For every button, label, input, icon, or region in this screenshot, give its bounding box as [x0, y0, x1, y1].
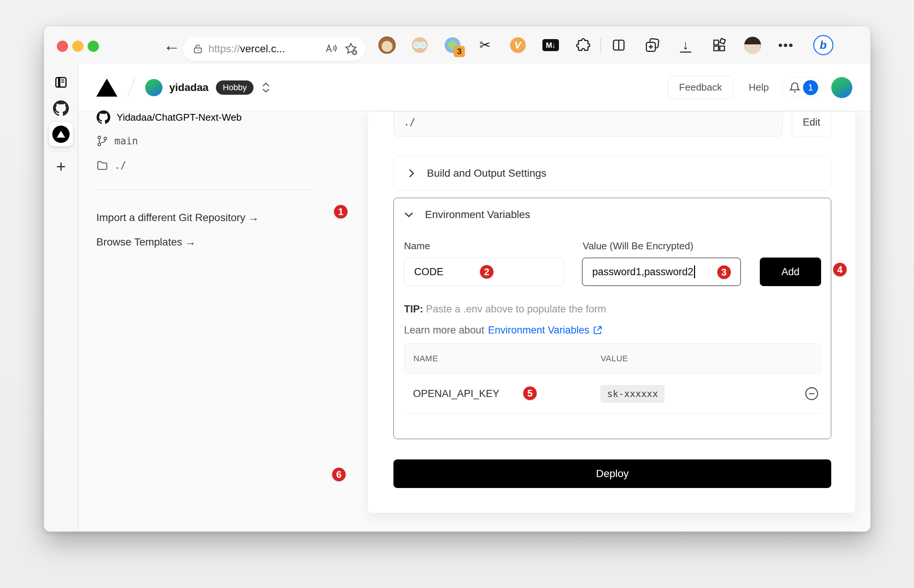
env-section-title: Environment Variables — [425, 208, 531, 221]
build-section-title: Build and Output Settings — [427, 167, 547, 179]
branch-row: main — [96, 133, 138, 149]
more-menu-icon[interactable]: ••• — [769, 26, 803, 64]
close-window-button[interactable] — [57, 40, 68, 52]
name-label: Name — [404, 240, 564, 252]
vercel-tab-active[interactable] — [49, 122, 73, 146]
learn-more-row: Learn more about Environment Variables — [404, 324, 821, 336]
annotation-badge-2: 2 — [480, 265, 493, 279]
tip-text: Paste a .env above to populate the form — [423, 304, 606, 315]
env-table: NAME VALUE OPENAI_API_KEY 5 sk-xxxxxx — [404, 343, 821, 414]
workspaces-icon[interactable] — [44, 75, 78, 89]
vercel-page: yidadaa Hobby Feedback Help 1 — [78, 64, 870, 531]
deploy-button[interactable]: Deploy — [393, 459, 831, 488]
notification-count-badge: 1 — [803, 80, 818, 95]
env-table-header: NAME VALUE — [404, 343, 821, 374]
translate-extension-icon[interactable]: 3 — [436, 26, 469, 64]
url-host: vercel.c... — [240, 43, 285, 55]
downloads-icon[interactable]: ↓ — [669, 26, 702, 64]
env-docs-link-text: Environment Variables — [488, 325, 589, 336]
env-value-text: password1,password2 — [592, 266, 694, 278]
vimium-extension-icon[interactable]: V — [501, 26, 534, 64]
extensions-puzzle-icon[interactable] — [567, 26, 600, 64]
avatar-extension-icon[interactable] — [403, 26, 436, 64]
browser-sidebar: + — [44, 64, 78, 531]
env-table-row: OPENAI_API_KEY 5 sk-xxxxxx — [404, 374, 821, 414]
annotation-badge-3: 3 — [717, 265, 731, 279]
plan-badge: Hobby — [216, 81, 254, 95]
vercel-logo[interactable] — [96, 79, 117, 97]
bing-chat-icon[interactable]: b — [806, 26, 840, 64]
url-text: https://vercel.c... — [209, 43, 285, 55]
root-directory-input[interactable]: ./ — [393, 111, 783, 136]
import-different-repo-link[interactable]: Import a different Git Repository → — [96, 209, 259, 226]
annotation-badge-5: 5 — [523, 386, 537, 400]
learn-prefix: Learn more about — [404, 325, 484, 336]
profile-avatar[interactable] — [736, 26, 769, 64]
configure-project-card: ./ Edit Build and Output Settings Enviro… — [367, 111, 856, 513]
bell-icon — [789, 82, 801, 94]
root-dir: ./ — [114, 160, 126, 171]
address-bar[interactable]: https://vercel.c... — [183, 37, 366, 61]
build-output-settings-section[interactable]: Build and Output Settings — [393, 157, 831, 190]
edit-root-button[interactable]: Edit — [792, 111, 831, 136]
toolbar-divider — [600, 37, 601, 53]
account-name[interactable]: yidadaa — [169, 82, 209, 94]
env-section-header[interactable]: Environment Variables — [404, 208, 821, 221]
zoom-window-button[interactable] — [87, 40, 99, 52]
user-avatar[interactable] — [831, 77, 852, 98]
split-screen-icon[interactable] — [602, 26, 635, 64]
root-dir-row: ./ — [96, 157, 126, 174]
github-icon — [96, 110, 111, 124]
new-tab-button[interactable]: + — [44, 157, 78, 176]
git-branch-icon — [96, 135, 108, 147]
env-name-input[interactable]: CODE 2 — [404, 257, 564, 286]
env-docs-link[interactable]: Environment Variables — [488, 325, 603, 336]
annotation-badge-6: 6 — [332, 468, 346, 481]
url-scheme: https:// — [209, 43, 240, 55]
env-row-value: sk-xxxxxx — [600, 385, 665, 403]
col-value-header: VALUE — [601, 354, 628, 363]
tampermonkey-extension-icon[interactable] — [370, 26, 403, 64]
browser-essentials-icon[interactable] — [702, 26, 736, 64]
markdown-download-extension-icon[interactable]: M↓ — [534, 26, 567, 64]
remove-env-button[interactable] — [804, 386, 821, 402]
screenshot-stage: ← https://vercel.c... — [0, 0, 914, 588]
help-link[interactable]: Help — [749, 82, 769, 93]
notifications-button[interactable]: 1 — [782, 77, 822, 98]
page-body: Yidadaa/ChatGPT-Next-Web main ./ — [78, 111, 870, 531]
vercel-header: yidadaa Hobby Feedback Help 1 — [78, 64, 870, 111]
vercel-tab-icon — [52, 126, 70, 143]
minus-circle-icon — [804, 386, 820, 402]
collections-icon[interactable] — [635, 26, 669, 64]
extension-badge: 3 — [454, 46, 465, 57]
branch-name: main — [114, 135, 138, 147]
environment-variables-section: Environment Variables Name Value (Will B… — [393, 198, 831, 439]
annotation-badge-1: 1 — [334, 205, 348, 218]
browse-templates-link[interactable]: Browse Templates → — [96, 234, 196, 250]
extension-icons-row: 3 ✂ V M↓ — [370, 26, 840, 64]
read-aloud-icon[interactable] — [324, 42, 338, 55]
screenshot-extension-icon[interactable]: ✂ — [469, 26, 501, 64]
env-value-input[interactable]: password1,password2 3 — [582, 257, 741, 286]
add-favorite-icon[interactable] — [344, 42, 358, 56]
team-selector-icon[interactable] — [262, 82, 270, 93]
github-tab-icon[interactable] — [44, 100, 78, 116]
env-input-row: CODE 2 password1,password2 3 Add — [404, 257, 821, 286]
field-labels: Name Value (Will Be Encrypted) — [404, 240, 821, 252]
panel-divider — [96, 190, 316, 190]
sidebar-divider — [50, 151, 71, 152]
annotation-badge-4: 4 — [833, 263, 847, 276]
col-name-header: NAME — [404, 354, 601, 363]
breadcrumb-slash — [127, 77, 136, 98]
repo-row: Yidadaa/ChatGPT-Next-Web — [96, 108, 241, 126]
env-name-value: CODE — [414, 266, 443, 278]
root-directory-row: ./ Edit — [393, 111, 831, 136]
minimize-window-button[interactable] — [72, 40, 84, 52]
team-avatar[interactable] — [145, 79, 162, 96]
chevron-right-icon — [408, 168, 416, 178]
value-label: Value (Will Be Encrypted) — [582, 240, 742, 252]
feedback-button[interactable]: Feedback — [668, 76, 733, 99]
add-env-button[interactable]: Add — [760, 257, 821, 286]
chevron-down-icon — [404, 211, 414, 218]
back-button[interactable]: ← — [159, 26, 185, 64]
